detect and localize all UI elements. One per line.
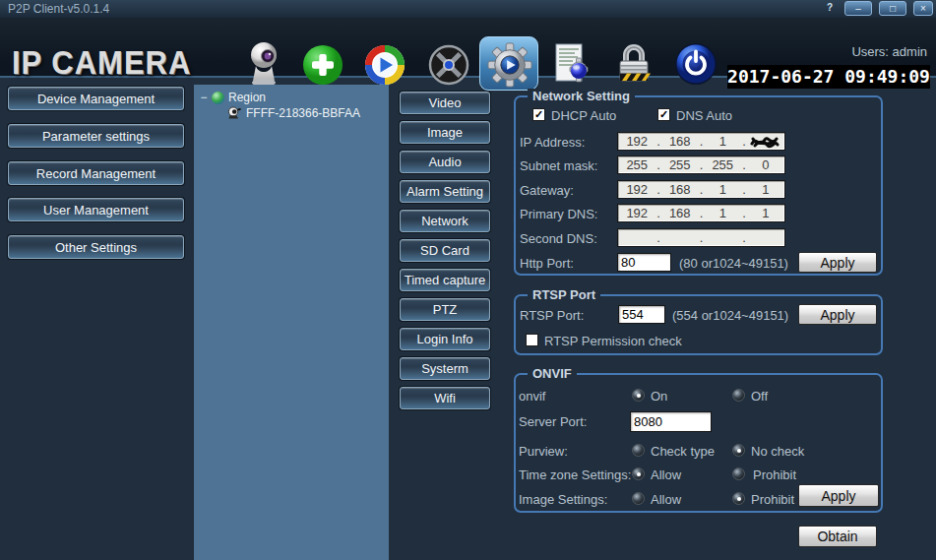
rtsp-apply-button[interactable]: Apply [798, 304, 877, 325]
onvif-legend: ONVIF [528, 366, 577, 381]
timezone-prohibit-label: Prohibit [753, 467, 796, 482]
rtsp-permission-checkbox[interactable] [526, 334, 538, 346]
device-tree-panel: − Region FFFF-218366-BBFAA [194, 85, 389, 560]
network-setting-legend: Network Setting [528, 89, 635, 103]
sidebar-item-parameter-settings[interactable]: Parameter settings [8, 124, 184, 148]
gateway-field[interactable]: 192 168 1 1 [617, 180, 785, 199]
header: IP CAMERA [0, 18, 936, 78]
http-port-label: Http Port: [520, 256, 574, 271]
help-button[interactable]: ? [821, 1, 839, 16]
ip-address-label: IP Address: [520, 135, 585, 150]
tab-alarm-setting[interactable]: Alarm Setting [400, 180, 490, 203]
dhcp-auto-label: DHCP Auto [551, 108, 616, 123]
timezone-prohibit-radio[interactable] [732, 467, 745, 480]
webcam-monitor-icon[interactable] [242, 40, 285, 90]
server-port-label: Server Port: [519, 414, 587, 429]
image-allow-label: Allow [651, 492, 681, 507]
second-dns-label: Second DNS: [520, 231, 597, 246]
onvif-off-radio[interactable] [732, 389, 745, 402]
primary-dns-field[interactable]: 192 168 1 1 [617, 204, 785, 222]
tab-sd-card[interactable]: SD Card [400, 239, 490, 262]
onvif-apply-button[interactable]: Apply [798, 484, 879, 507]
media-player-icon[interactable] [363, 43, 406, 87]
tab-audio[interactable]: Audio [400, 151, 490, 173]
collapse-icon[interactable]: − [200, 91, 208, 104]
second-dns-field[interactable] [617, 228, 785, 247]
dns-auto-checkbox[interactable] [657, 108, 670, 121]
tab-timed-capture[interactable]: Timed capture [400, 269, 490, 291]
close-button[interactable]: × [913, 1, 933, 16]
tab-video[interactable]: Video [400, 92, 490, 114]
image-settings-label: Image Settings: [519, 492, 607, 507]
settings-gear-button-active[interactable] [479, 36, 538, 91]
rtsp-port-label: RTSP Port: [520, 308, 584, 323]
image-prohibit-label: Prohibit [751, 492, 794, 507]
http-port-input[interactable] [617, 253, 671, 272]
purview-no-check-radio[interactable] [732, 444, 745, 457]
obtain-button[interactable]: Obtain [798, 526, 877, 547]
ip-address-field[interactable]: 192 168 1 [617, 132, 785, 151]
gateway-label: Gateway: [520, 183, 574, 198]
system-log-icon[interactable] [549, 41, 593, 89]
subnet-mask-field[interactable]: 255 255 255 0 [617, 156, 785, 174]
lock-security-icon[interactable] [613, 41, 655, 87]
dhcp-auto-checkbox[interactable] [532, 108, 545, 121]
camera-device-icon [227, 106, 242, 120]
tree-node-device[interactable]: FFFF-218366-BBFAA [227, 106, 360, 120]
purview-no-check-label: No check [751, 444, 804, 459]
subnet-mask-label: Subnet mask: [520, 158, 598, 173]
timezone-allow-label: Allow [651, 467, 681, 482]
users-label: Users: admin [851, 44, 927, 59]
globe-icon [212, 92, 224, 104]
onvif-on-radio[interactable] [632, 389, 645, 402]
p2p-client-window: P2P Client-v5.0.1.4 ? – □ × IP CAMERA [0, 0, 936, 560]
timezone-allow-radio[interactable] [632, 467, 645, 480]
minimize-button[interactable]: – [844, 1, 872, 16]
rtsp-port-hint: (554 or1024~49151) [672, 308, 788, 323]
sidebar-item-record-management[interactable]: Record Management [8, 161, 184, 185]
onvif-off-label: Off [751, 389, 768, 404]
purview-label: Purview: [519, 444, 568, 459]
datetime-clock: 2017-06-27 09:49:09 [727, 65, 930, 89]
tree-node-region[interactable]: − Region [200, 91, 266, 104]
app-logo: IP CAMERA [12, 44, 191, 83]
rtsp-permission-label: RTSP Permission check [544, 334, 682, 348]
onvif-label: onvif [519, 389, 545, 404]
http-port-hint: (80 or1024~49151) [679, 256, 788, 271]
tab-login-info[interactable]: Login Info [400, 328, 490, 350]
purview-check-type-radio[interactable] [632, 444, 645, 457]
power-exit-icon[interactable] [674, 42, 718, 86]
rtsp-port-legend: RTSP Port [528, 287, 600, 302]
tree-node-region-label: Region [228, 91, 266, 104]
timezone-settings-label: Time zone Settings: [519, 467, 631, 482]
onvif-on-label: On [651, 389, 667, 404]
tab-network[interactable]: Network [400, 210, 490, 232]
rtsp-port-input[interactable] [618, 305, 665, 324]
add-device-icon[interactable] [301, 43, 344, 87]
censored-scribble [748, 134, 780, 150]
record-reel-icon[interactable] [427, 43, 470, 87]
sidebar-item-user-management[interactable]: User Management [8, 198, 184, 221]
purview-check-type-label: Check type [651, 444, 715, 459]
server-port-input[interactable] [630, 411, 712, 432]
tab-wifi[interactable]: Wifi [400, 387, 490, 409]
sidebar-item-other-settings[interactable]: Other Settings [8, 235, 184, 259]
sidebar-item-device-management[interactable]: Device Management [8, 87, 184, 110]
image-prohibit-radio[interactable] [732, 492, 745, 505]
tab-ptz[interactable]: PTZ [400, 298, 490, 321]
image-allow-radio[interactable] [632, 492, 645, 505]
tab-systerm[interactable]: Systerm [400, 357, 490, 380]
settings-gear-icon [487, 42, 532, 88]
tab-image[interactable]: Image [400, 121, 490, 144]
window-title: P2P Client-v5.0.1.4 [8, 2, 109, 16]
primary-dns-label: Primary DNS: [520, 207, 597, 221]
dns-auto-label: DNS Auto [676, 108, 732, 123]
network-apply-button[interactable]: Apply [798, 252, 877, 273]
maximize-button[interactable]: □ [879, 1, 906, 16]
tree-node-device-label: FFFF-218366-BBFAA [246, 106, 360, 120]
titlebar: P2P Client-v5.0.1.4 ? – □ × [0, 0, 936, 19]
